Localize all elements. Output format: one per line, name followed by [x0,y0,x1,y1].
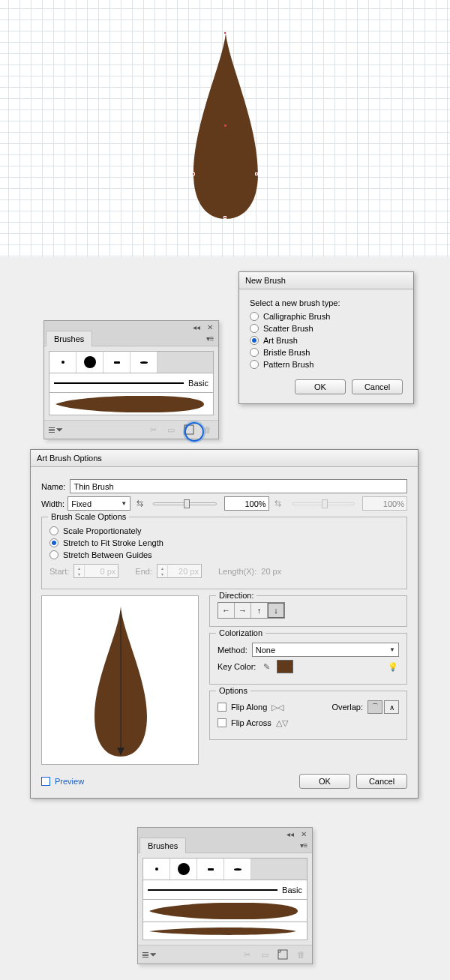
scale-option-label: Stretch Between Guides [63,550,152,559]
keycolor-swatch[interactable] [277,660,293,673]
collapse-icon[interactable]: ◂◂ [191,322,202,331]
brushes-panel: ◂◂ ✕ ▾≡ Brushes Basic 𝌆⏷ ✂ [44,320,219,439]
flip-range-icon: ⇆ [272,498,284,510]
direction-fieldset: Direction: ← → ↑ ↓ [209,595,407,627]
brush-type-label: Bristle Brush [263,348,310,357]
brush-basic-label: Basic [282,886,302,895]
options-legend: Options [216,686,250,695]
brush-swatch-empty [251,859,307,880]
brush-swatch[interactable] [104,352,130,373]
anchor-right[interactable] [255,172,258,175]
options-icon[interactable]: ▭ [258,949,272,961]
brush-type-option[interactable]: Pattern Brush [250,360,403,369]
ok-button[interactable]: OK [299,774,350,789]
menu-icon[interactable]: ▾≡ [298,841,309,850]
flip-range-icon[interactable]: ⇆ [134,498,146,510]
collapse-icon[interactable]: ◂◂ [285,829,296,838]
brush-type-option[interactable]: Bristle Brush [250,348,403,357]
brush-name-input[interactable] [70,479,407,493]
new-brush-icon[interactable] [276,949,290,961]
colorization-method-select[interactable]: None ▼ [252,643,399,657]
keycolor-label: Key Color: [218,662,256,671]
highlight-ring [184,422,204,442]
brush-basic-label: Basic [188,379,208,388]
brushes-tab[interactable]: Brushes [46,331,92,346]
scale-option[interactable]: Scale Proportionately [50,526,399,535]
menu-icon[interactable]: ▾≡ [205,334,215,343]
brush-type-option[interactable]: Art Brush [250,336,403,345]
break-link-icon[interactable]: ✂ [146,424,160,436]
brushes-panel-result: ◂◂ ✕ ▾≡ Brushes Basic 𝌆⏷ [137,827,313,964]
name-label: Name: [41,482,65,491]
ok-button[interactable]: OK [295,379,346,394]
scale-option[interactable]: Stretch to Fit Stroke Length [50,538,399,547]
brush-basic-row[interactable]: Basic [142,880,308,900]
brush-scale-legend: Brush Scale Options [48,512,129,521]
method-value: None [256,646,275,655]
width-slider-disabled [292,502,355,505]
close-icon[interactable]: ✕ [298,829,309,838]
width-percent-input[interactable]: 100% [224,496,269,511]
scale-option[interactable]: Stretch Between Guides [50,550,399,559]
width-mode-value: Fixed [71,499,92,508]
brush-type-option[interactable]: Scatter Brush [250,324,403,333]
brush-swatch[interactable] [76,352,104,373]
break-link-icon[interactable]: ✂ [240,949,254,961]
anchor-bottom[interactable] [224,216,226,219]
overlap-yes-button[interactable]: ∧ [384,700,399,714]
brush-swatch[interactable] [143,859,170,880]
anchor-left[interactable] [192,172,195,175]
direction-down-button[interactable]: ↓ [268,603,284,618]
eyedropper-icon[interactable]: ✎ [260,661,272,673]
brush-basic-row[interactable]: Basic [49,373,214,393]
colorization-fieldset: Colorization Method: None ▼ Key Color: ✎ [209,633,407,685]
direction-buttons: ← → ↑ ↓ [218,602,285,619]
tips-icon[interactable]: 💡 [387,661,399,673]
brush-swatch[interactable] [197,859,224,880]
brush-thin-row[interactable] [142,922,308,940]
brush-art-row[interactable] [49,393,214,415]
brush-swatch[interactable] [170,859,197,880]
scale-option-label: Scale Proportionately [63,526,142,535]
overlap-label: Overlap: [332,703,363,712]
colorization-legend: Colorization [216,628,266,637]
options-icon[interactable]: ▭ [164,424,178,436]
brush-swatch[interactable] [130,352,158,373]
brush-type-option[interactable]: Calligraphic Brush [250,312,403,321]
flip-across-checkbox[interactable] [218,718,226,727]
brushes-tab[interactable]: Brushes [140,838,186,853]
new-brush-dialog: New Brush Select a new brush type: Calli… [238,271,414,404]
width-slider[interactable] [153,502,216,505]
teardrop-shape[interactable] [194,33,258,219]
direction-up-button[interactable]: ↑ [251,603,268,618]
brush-swatch-row [142,858,308,880]
close-icon[interactable]: ✕ [205,322,215,331]
dialog-title: Art Brush Options [31,450,418,467]
panel-body: Basic [44,346,218,420]
brush-swatch[interactable] [50,352,76,373]
direction-left-button[interactable]: ← [218,603,235,618]
cancel-button[interactable]: Cancel [356,774,407,789]
dialog-title: New Brush [239,272,413,289]
libraries-icon[interactable]: 𝌆⏷ [142,949,156,961]
direction-right-button[interactable]: → [235,603,251,618]
preview-label: Preview [55,777,84,786]
brush-art-row[interactable] [142,900,308,922]
brush-swatch[interactable] [224,859,251,880]
libraries-icon[interactable]: 𝌆⏷ [49,424,62,436]
width-mode-select[interactable]: Fixed ▼ [68,496,130,511]
overlap-no-button[interactable]: ⌒ [368,700,382,714]
center-point[interactable] [224,124,226,127]
chevron-down-icon: ▼ [121,500,127,507]
flip-along-icon: ▷◁ [272,701,284,713]
width-label: Width: [41,499,64,508]
svg-rect-2 [278,950,287,959]
cancel-button[interactable]: Cancel [352,379,403,394]
brush-swatch-row [49,351,214,373]
flip-along-checkbox[interactable] [218,703,226,712]
start-input: ▴▾0 px [74,564,118,578]
delete-icon[interactable]: 🗑 [294,949,308,961]
dialog-prompt: Select a new brush type: [250,298,403,307]
preview-checkbox[interactable] [41,777,50,786]
anchor-top[interactable] [224,31,226,34]
